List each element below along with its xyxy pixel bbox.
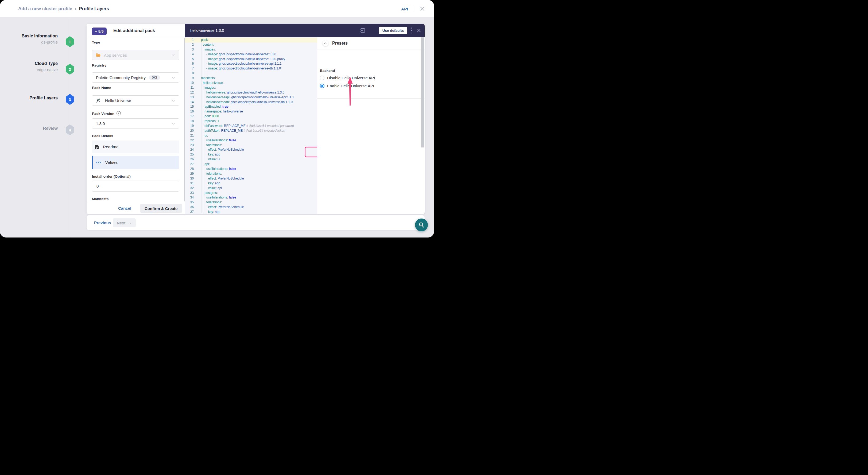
code-line[interactable]: 1pack: — [185, 38, 317, 42]
kebab-menu-icon[interactable] — [411, 28, 413, 33]
code-line[interactable]: 30 effect: PreferNoSchedule — [185, 176, 317, 181]
install-order-label: Install order (Optional) — [92, 175, 131, 179]
form-action-bar: Cancel Confirm & Create — [87, 202, 185, 214]
line-number: 12 — [185, 90, 194, 95]
editor-close-icon[interactable] — [417, 28, 421, 32]
code-line[interactable]: 21 ui: — [185, 133, 317, 138]
code-line[interactable]: 13 hellouniverseapi: ghcr.io/spectroclou… — [185, 95, 317, 100]
diff-icon[interactable] — [360, 28, 365, 33]
type-select[interactable]: App services — [92, 50, 179, 60]
code-line[interactable]: 31 key: app — [185, 181, 317, 186]
line-content: value: api — [194, 186, 222, 191]
confirm-create-button[interactable]: Confirm & Create — [140, 204, 182, 213]
code-line[interactable]: 11 images: — [185, 86, 317, 90]
line-number: 13 — [185, 95, 194, 100]
presets-scrollbar[interactable] — [421, 37, 425, 148]
registry-value: Palette Community Registry — [96, 75, 146, 80]
code-line[interactable]: 29 tolerations: — [185, 171, 317, 176]
code-line[interactable]: 37 key: app — [185, 210, 317, 214]
line-content: tolerations: — [194, 171, 222, 176]
pack-name-select[interactable]: Hello Universe — [92, 95, 179, 105]
line-number: 8 — [185, 71, 194, 76]
code-line[interactable]: 3 images: — [185, 47, 317, 52]
step-hexagon: 3 — [66, 94, 74, 105]
line-number: 19 — [185, 124, 194, 128]
wizard-footer: Previous Next → — [87, 215, 425, 230]
code-line[interactable]: 27 api: — [185, 162, 317, 167]
code-line[interactable]: 18 replicas: 1 — [185, 119, 317, 124]
code-line[interactable]: 5 - image: ghcr.io/spectrocloud/hello-un… — [185, 57, 317, 62]
app-window: Basic Informationgs-profile1Cloud Typeed… — [0, 0, 434, 238]
line-content: authToken: REPLACE_ME # Add base64 encod… — [194, 128, 285, 133]
code-line[interactable]: 20 authToken: REPLACE_ME # Add base64 en… — [185, 128, 317, 133]
code-line[interactable]: 6 - image: ghcr.io/spectrocloud/hello-un… — [185, 61, 317, 66]
code-line[interactable]: 7 - image: ghcr.io/spectrocloud/hello-un… — [185, 66, 317, 71]
line-number: 5 — [185, 57, 194, 62]
line-number: 37 — [185, 210, 194, 214]
step-label: Basic Information — [0, 34, 58, 38]
code-line[interactable]: 9manifests: — [185, 76, 317, 81]
code-line[interactable]: 14 hellouniversedb: ghcr.io/spectrocloud… — [185, 100, 317, 105]
line-content: useTolerations: false — [194, 195, 236, 200]
line-content: hellouniversedb: ghcr.io/spectrocloud/he… — [194, 100, 292, 105]
line-number: 14 — [185, 100, 194, 105]
install-order-input[interactable] — [92, 181, 179, 192]
next-button[interactable]: Next → — [113, 218, 136, 227]
radio-checked-icon[interactable] — [320, 84, 324, 88]
code-line[interactable]: 32 value: api — [185, 186, 317, 191]
code-line[interactable]: 19 dbPassword: REPLACE_ME # Add base64 e… — [185, 124, 317, 128]
code-line[interactable]: 16 namespace: hello-universe — [185, 109, 317, 114]
chevron-down-icon — [172, 122, 175, 125]
app-header: Add a new cluster profile › Profile Laye… — [0, 0, 434, 18]
line-number: 25 — [185, 152, 194, 157]
code-line[interactable]: 15 apiEnabled: true — [185, 104, 317, 109]
search-fab-button[interactable] — [415, 219, 428, 231]
code-line[interactable]: 25 key: app — [185, 152, 317, 157]
line-number: 21 — [185, 133, 194, 138]
code-line[interactable]: 8 — [185, 71, 317, 76]
code-line[interactable]: 4 - image: ghcr.io/spectrocloud/hello-un… — [185, 52, 317, 57]
code-line[interactable]: 22 useTolerations: false — [185, 138, 317, 143]
cancel-button[interactable]: Cancel — [118, 202, 131, 214]
code-line[interactable]: 17 port: 8080 — [185, 114, 317, 119]
pack-version-value: 1.3.0 — [96, 121, 105, 126]
radio-unchecked-icon[interactable] — [320, 75, 324, 80]
step-count-badge: + 5/5 — [92, 28, 106, 35]
registry-select[interactable]: Palette Community Registry OCI — [92, 72, 179, 83]
presets-header: Presets — [317, 37, 425, 50]
info-icon[interactable]: i — [117, 111, 121, 116]
search-icon — [418, 222, 424, 228]
code-line[interactable]: 12 hellouniverse: ghcr.io/spectrocloud/h… — [185, 90, 317, 95]
code-line[interactable]: 33 postgres: — [185, 191, 317, 195]
values-label: Values — [105, 160, 118, 165]
pack-version-select[interactable]: 1.3.0 — [92, 118, 179, 128]
line-content: effect: PreferNoSchedule — [194, 148, 244, 152]
code-line[interactable]: 36 effect: PreferNoSchedule — [185, 205, 317, 210]
code-line[interactable]: 2 content: — [185, 42, 317, 47]
line-content: dbPassword: REPLACE_ME # Add base64 enco… — [194, 124, 294, 128]
code-icon: </> — [96, 161, 101, 164]
line-number: 3 — [185, 47, 194, 52]
api-link[interactable]: API — [401, 7, 408, 11]
line-content: images: — [194, 47, 216, 52]
code-line[interactable]: 24 effect: PreferNoSchedule — [185, 148, 317, 152]
code-line[interactable]: 10 hello-universe: — [185, 81, 317, 86]
line-content: effect: PreferNoSchedule — [194, 205, 244, 210]
code-line[interactable]: 23 tolerations: — [185, 143, 317, 148]
code-line[interactable]: 34 useTolerations: false — [185, 195, 317, 200]
pack-details-readme[interactable]: Readme — [92, 140, 179, 153]
collapse-chevron-icon[interactable] — [322, 40, 329, 46]
use-defaults-button[interactable]: Use defaults — [379, 27, 407, 34]
close-icon[interactable] — [420, 6, 425, 11]
previous-button[interactable]: Previous — [94, 215, 111, 230]
step-label: Review — [0, 126, 58, 131]
code-line[interactable]: 28 useTolerations: false — [185, 167, 317, 171]
code-line[interactable]: 26 value: ui — [185, 157, 317, 162]
pack-details-values[interactable]: </> Values — [92, 156, 179, 169]
line-number: 23 — [185, 143, 194, 148]
line-content: tolerations: — [194, 200, 222, 205]
yaml-editor[interactable]: 1pack:2 content:3 images:4 - image: ghcr… — [185, 37, 317, 214]
line-content: - image: ghcr.io/spectrocloud/hello-univ… — [194, 61, 282, 66]
presets-panel: Presets Backend Disable Hello Universe A… — [317, 37, 425, 214]
code-line[interactable]: 35 tolerations: — [185, 200, 317, 205]
